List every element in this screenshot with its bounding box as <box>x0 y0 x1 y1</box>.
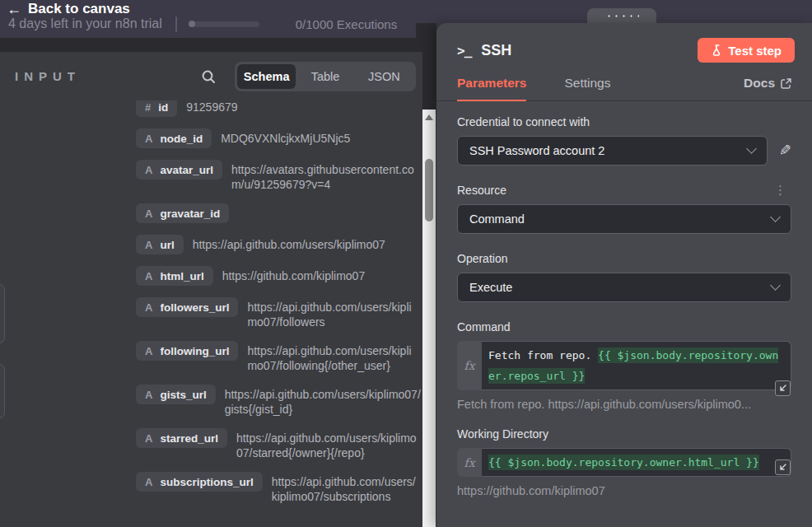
list-item[interactable]: A subscriptions_url https://api.github.c… <box>136 472 421 504</box>
field-key: avatar_url <box>160 164 213 176</box>
list-item[interactable]: A followers_url https://api.github.com/u… <box>136 297 421 329</box>
field-pill[interactable]: A gravatar_id <box>136 203 229 223</box>
external-link-icon <box>781 78 791 89</box>
list-item[interactable]: # id 91259679 <box>136 100 421 117</box>
field-value: https://api.github.com/users/kiplimo07/s… <box>236 428 421 460</box>
field-value: 91259679 <box>186 100 421 114</box>
parameters-body: Credential to connect with SSH Password … <box>436 101 812 497</box>
field-pill[interactable]: A html_url <box>136 266 213 286</box>
field-key: subscriptions_url <box>160 476 253 488</box>
field-pill[interactable]: A following_url <box>136 341 238 361</box>
field-value: https://avatars.githubusercontent.com/u/… <box>231 160 421 192</box>
tab-settings[interactable]: Settings <box>564 76 610 100</box>
list-item[interactable]: A gravatar_id <box>136 203 421 223</box>
resource-label: Resource <box>457 184 506 197</box>
credential-select[interactable]: SSH Password account 2 <box>457 136 768 166</box>
expand-icon <box>778 463 787 472</box>
collapsed-panel-tab[interactable] <box>0 364 5 418</box>
kebab-menu-icon[interactable]: ⋮ <box>769 186 791 194</box>
field-type-icon: A <box>145 164 152 176</box>
tab-docs[interactable]: Docs <box>744 76 791 100</box>
field-pill[interactable]: A starred_url <box>136 428 227 448</box>
working-directory-expression: {{ $json.body.repository.owner.html_url … <box>488 455 759 470</box>
list-item[interactable]: A gists_url https://api.github.com/users… <box>136 385 421 417</box>
operation-value: Execute <box>469 281 772 294</box>
field-key: gists_url <box>160 389 206 401</box>
field-pill[interactable]: A avatar_url <box>136 160 222 180</box>
field-type-icon: A <box>145 133 152 145</box>
node-header: >_ SSH Test step <box>436 23 812 63</box>
scrollbar[interactable] <box>422 110 436 527</box>
test-step-button[interactable]: Test step <box>698 38 795 63</box>
executions-progress <box>189 21 259 27</box>
field-key: starred_url <box>160 432 218 445</box>
field-value <box>238 203 421 206</box>
field-value: https://api.github.com/users/kiplimo07 <box>193 235 421 252</box>
field-key: following_url <box>160 345 229 357</box>
field-pill[interactable]: A node_id <box>136 128 212 148</box>
resource-select[interactable]: Command <box>457 204 791 234</box>
scroll-up-arrow-icon[interactable] <box>425 114 433 120</box>
search-button[interactable] <box>198 66 219 87</box>
list-item[interactable]: A url https://api.github.com/users/kipli… <box>136 235 421 254</box>
list-item[interactable]: A html_url https://github.com/kiplimo07 <box>136 266 421 286</box>
field-value: MDQ6VXNlcjkxMjU5Njc5 <box>221 128 421 146</box>
edit-credential-button[interactable]: ✎ <box>779 143 791 158</box>
field-value: https://api.github.com/users/kiplimo07/f… <box>247 341 421 373</box>
panel-drag-handle[interactable] <box>587 8 656 25</box>
progress-track <box>194 21 259 27</box>
command-expression-editor[interactable]: fx Fetch from repo. {{ $json.body.reposi… <box>457 341 791 390</box>
field-type-icon: A <box>145 345 152 357</box>
view-mode-switcher: Schema Table JSON <box>235 62 416 91</box>
list-item[interactable]: A avatar_url https://avatars.githubuserc… <box>136 160 421 192</box>
field-type-icon: A <box>145 270 152 282</box>
expand-editor-button[interactable] <box>775 380 791 396</box>
field-value: https://api.github.com/users/kiplimo07/f… <box>247 297 421 329</box>
expand-editor-button[interactable] <box>775 459 791 475</box>
operation-select[interactable]: Execute <box>457 273 791 302</box>
search-icon <box>200 68 217 85</box>
node-tabs: Parameters Settings Docs <box>436 76 812 101</box>
command-preview: Fetch from repo. https://api.github.com/… <box>457 398 791 411</box>
chevron-down-icon <box>770 280 781 291</box>
flask-icon <box>711 44 721 56</box>
terminal-icon: >_ <box>457 43 471 58</box>
node-settings-panel: >_ SSH Test step Parameters Settings Doc… <box>436 23 812 527</box>
field-key: id <box>158 101 168 114</box>
field-key: followers_url <box>160 301 229 314</box>
scrollbar-thumb[interactable] <box>425 159 433 222</box>
resource-value: Command <box>469 212 772 226</box>
field-pill[interactable]: A url <box>136 235 184 254</box>
expand-icon <box>778 384 787 393</box>
field-value: https://api.github.com/users/kiplimo07/s… <box>272 472 421 504</box>
fx-icon: fx <box>457 448 482 477</box>
list-item[interactable]: A following_url https://api.github.com/u… <box>136 341 421 373</box>
input-panel-title: INPUT <box>15 69 81 83</box>
field-pill[interactable]: # id <box>136 100 177 117</box>
working-directory-label: Working Directory <box>457 427 791 441</box>
credential-value: SSH Password account 2 <box>469 144 748 157</box>
list-item[interactable]: A node_id MDQ6VXNlcjkxMjU5Njc5 <box>136 128 421 148</box>
field-key: node_id <box>160 133 203 145</box>
working-directory-expression-editor[interactable]: fx {{ $json.body.repository.owner.html_u… <box>457 448 791 477</box>
drag-dots-icon <box>604 12 639 21</box>
field-pill[interactable]: A gists_url <box>136 385 216 404</box>
command-plain-text: Fetch from repo. <box>488 349 598 361</box>
list-item[interactable]: A starred_url https://api.github.com/use… <box>136 428 421 460</box>
field-type-icon: A <box>145 476 152 488</box>
chevron-down-icon <box>770 212 781 222</box>
chevron-down-icon <box>746 143 757 154</box>
tab-parameters[interactable]: Parameters <box>457 76 526 100</box>
field-pill[interactable]: A followers_url <box>136 297 238 317</box>
command-code[interactable]: Fetch from repo. {{ $json.body.repositor… <box>482 341 791 390</box>
working-directory-code[interactable]: {{ $json.body.repository.owner.html_url … <box>482 448 791 477</box>
field-type-icon: A <box>145 239 152 251</box>
field-type-icon: A <box>145 389 152 401</box>
field-pill[interactable]: A subscriptions_url <box>136 472 263 492</box>
collapsed-panel-tab[interactable] <box>0 284 5 343</box>
tab-schema[interactable]: Schema <box>237 64 296 89</box>
operation-label: Operation <box>457 252 791 265</box>
tab-json[interactable]: JSON <box>355 64 413 89</box>
field-value: https://github.com/kiplimo07 <box>222 266 421 283</box>
tab-table[interactable]: Table <box>296 64 354 89</box>
